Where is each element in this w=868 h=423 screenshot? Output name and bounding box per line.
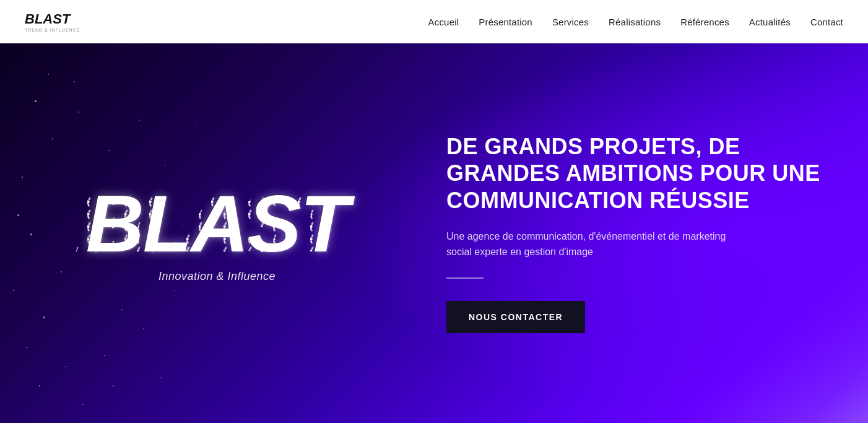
particle-dot xyxy=(82,404,84,405)
logo-subtitle: Trend & Influence xyxy=(25,28,80,32)
particle-dot xyxy=(65,366,66,367)
site-header: BLAST Trend & Influence Accueil Présenta… xyxy=(0,0,868,43)
nav-references[interactable]: Références xyxy=(680,17,729,27)
hero-logo: BLAST Innovation & Influence xyxy=(86,183,348,283)
nav-presentation[interactable]: Présentation xyxy=(479,17,532,27)
hero-heading-line3: COMMUNICATION RÉUSSIE xyxy=(446,188,750,213)
logo[interactable]: BLAST Trend & Influence xyxy=(25,11,80,32)
hero-heading: DE GRANDS PROJETS, DE GRANDES AMBITIONS … xyxy=(446,133,831,214)
main-nav: Accueil Présentation Services Réalisatio… xyxy=(428,17,844,27)
particle-dot xyxy=(108,150,110,151)
nav-realisations[interactable]: Réalisations xyxy=(609,17,661,27)
particle-dot xyxy=(165,165,166,166)
particle-dot xyxy=(48,74,49,75)
nav-services[interactable]: Services xyxy=(552,17,589,27)
hero-blast-text: BLAST xyxy=(86,178,348,269)
particle-dot xyxy=(74,81,75,82)
particle-dot xyxy=(35,100,37,102)
particle-dot xyxy=(121,309,123,310)
hero-heading-line1: DE GRANDS PROJETS, DE xyxy=(446,134,740,159)
particle-dot xyxy=(13,290,14,291)
particle-dot xyxy=(104,355,105,356)
hero-left: BLAST Innovation & Influence xyxy=(0,183,434,283)
nav-contact[interactable]: Contact xyxy=(810,17,843,27)
nav-actualites[interactable]: Actualités xyxy=(749,17,791,27)
hero-heading-line2: GRANDES AMBITIONS POUR UNE xyxy=(446,160,820,186)
particle-dot xyxy=(22,177,23,178)
hero-right: DE GRANDS PROJETS, DE GRANDES AMBITIONS … xyxy=(434,108,868,358)
hero-description: Une agence de communication, d'événement… xyxy=(446,229,744,260)
particle-dot xyxy=(195,127,196,128)
particle-dot xyxy=(113,385,114,386)
nav-accueil[interactable]: Accueil xyxy=(428,17,459,27)
particle-dot xyxy=(139,120,140,121)
logo-text: BLAST xyxy=(25,11,70,27)
particle-dot xyxy=(160,377,162,378)
particle-dot xyxy=(26,347,27,348)
particle-dot xyxy=(173,290,175,291)
hero-tagline: Innovation & Influence xyxy=(158,270,276,283)
hero-divider xyxy=(446,277,484,279)
particle-dot xyxy=(43,316,45,318)
particle-dot xyxy=(78,111,79,113)
cta-button[interactable]: NOUS CONTACTER xyxy=(446,301,585,333)
hero-section: BLAST Innovation & Influence DE GRANDS P… xyxy=(0,43,868,423)
hero-blast-wrapper: BLAST xyxy=(86,183,348,264)
particle-dot xyxy=(143,328,144,329)
particle-dot xyxy=(39,385,40,386)
particle-dot xyxy=(52,138,53,139)
